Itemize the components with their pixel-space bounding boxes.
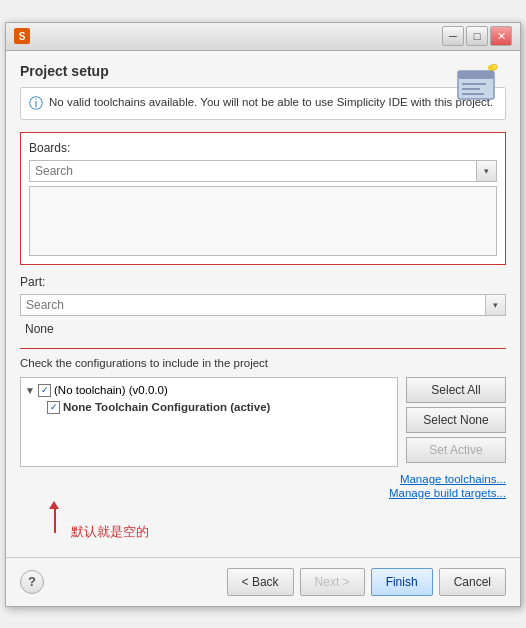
config-tree-panel: ▼ ✓ (No toolchain) (v0.0.0) ✓ None Toolc… — [20, 377, 398, 467]
warning-text: No valid toolchains available. You will … — [49, 94, 493, 110]
part-dropdown-button[interactable]: ▾ — [486, 294, 506, 316]
part-search-row: ▾ — [20, 294, 506, 316]
manage-toolchains-link[interactable]: Manage toolchains... — [20, 473, 506, 485]
title-bar-controls: ─ □ ✕ — [442, 26, 512, 46]
tree-child: ✓ None Toolchain Configuration (active) — [47, 399, 393, 416]
svg-point-6 — [491, 64, 497, 70]
config-label: Check the configurations to include in t… — [20, 357, 506, 369]
dialog-content: Project setup ⓘ No valid toolchains avai… — [6, 51, 520, 557]
close-button[interactable]: ✕ — [490, 26, 512, 46]
manage-build-targets-link[interactable]: Manage build targets... — [20, 487, 506, 499]
part-label: Part: — [20, 275, 506, 289]
part-value: None — [20, 320, 506, 338]
svg-rect-2 — [462, 83, 486, 85]
boards-label: Boards: — [29, 141, 497, 155]
part-search-input[interactable] — [20, 294, 486, 316]
select-none-button[interactable]: Select None — [406, 407, 506, 433]
wizard-icon — [454, 63, 506, 115]
select-all-button[interactable]: Select All — [406, 377, 506, 403]
arrow-line — [54, 505, 56, 533]
finish-button[interactable]: Finish — [371, 568, 433, 596]
nav-buttons: < Back Next > Finish Cancel — [227, 568, 506, 596]
set-active-button[interactable]: Set Active — [406, 437, 506, 463]
help-button[interactable]: ? — [20, 570, 44, 594]
arrow-head — [49, 501, 59, 509]
header-area: Project setup ⓘ No valid toolchains avai… — [20, 63, 506, 120]
minimize-button[interactable]: ─ — [442, 26, 464, 46]
app-icon: S — [14, 28, 30, 44]
section-divider — [20, 348, 506, 349]
child-item-label: None Toolchain Configuration (active) — [63, 401, 270, 413]
boards-list — [29, 186, 497, 256]
svg-rect-3 — [462, 88, 480, 90]
boards-search-row: ▾ — [29, 160, 497, 182]
side-buttons: Select All Select None Set Active — [406, 377, 506, 467]
bottom-bar: ? < Back Next > Finish Cancel — [6, 557, 520, 606]
warning-box: ⓘ No valid toolchains available. You wil… — [20, 87, 506, 120]
part-section: Part: ▾ None — [20, 275, 506, 338]
next-button[interactable]: Next > — [300, 568, 365, 596]
info-icon: ⓘ — [29, 95, 43, 113]
links-area: Manage toolchains... Manage build target… — [20, 473, 506, 499]
root-item-label: (No toolchain) (v0.0.0) — [54, 384, 168, 396]
boards-dropdown-button[interactable]: ▾ — [477, 160, 497, 182]
child-checkbox[interactable]: ✓ — [47, 401, 60, 414]
title-bar-left: S — [14, 28, 30, 44]
annotation-area: 默认就是空的 — [36, 505, 506, 545]
svg-rect-1 — [458, 71, 494, 79]
boards-search-input[interactable] — [29, 160, 477, 182]
page-title: Project setup — [20, 63, 506, 79]
svg-rect-4 — [462, 93, 484, 95]
back-button[interactable]: < Back — [227, 568, 294, 596]
tree-expand-icon[interactable]: ▼ — [25, 385, 35, 396]
tree-root-item: ▼ ✓ (No toolchain) (v0.0.0) — [25, 382, 393, 399]
boards-section: Boards: ▾ — [20, 132, 506, 265]
annotation-text: 默认就是空的 — [71, 523, 149, 541]
maximize-button[interactable]: □ — [466, 26, 488, 46]
title-bar: S ─ □ ✕ — [6, 23, 520, 51]
root-checkbox[interactable]: ✓ — [38, 384, 51, 397]
wizard-icon-area — [454, 63, 506, 118]
cancel-button[interactable]: Cancel — [439, 568, 506, 596]
project-setup-dialog: S ─ □ ✕ Project setup — [5, 22, 521, 607]
config-area: ▼ ✓ (No toolchain) (v0.0.0) ✓ None Toolc… — [20, 377, 506, 467]
tree-child-item: ✓ None Toolchain Configuration (active) — [47, 399, 393, 416]
